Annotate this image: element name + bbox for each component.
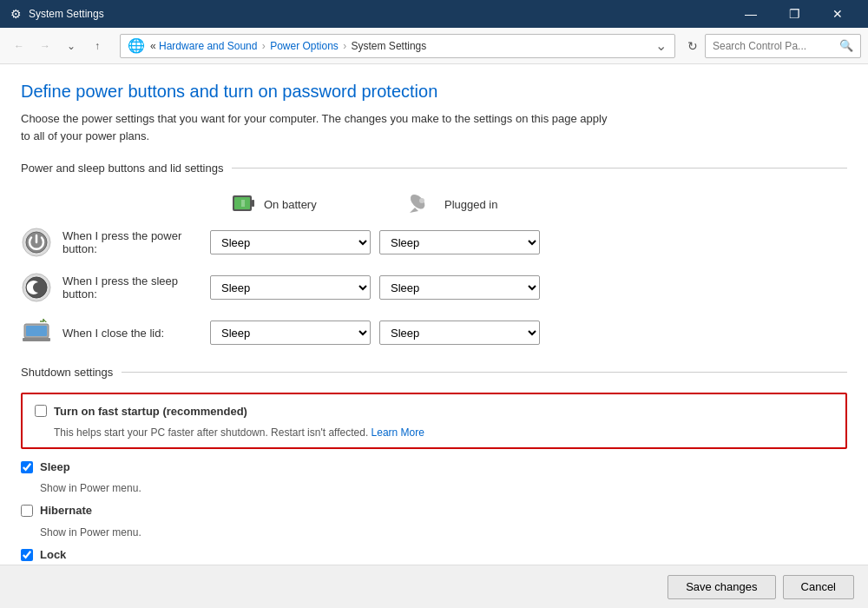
address-prefix: « [150, 40, 156, 52]
section1-header: Power and sleep buttons and lid settings [21, 162, 847, 178]
shutdown-section: Shutdown settings Turn on fast startup (… [21, 366, 847, 565]
title-bar-controls: — ❐ ✕ [731, 0, 858, 28]
fast-startup-label-group: Turn on fast startup (recommended) [54, 403, 247, 420]
section2-label: Shutdown settings [21, 366, 113, 379]
svg-rect-12 [26, 326, 47, 336]
section1-label: Power and sleep buttons and lid settings [21, 162, 223, 175]
hibernate-checkbox[interactable] [21, 505, 33, 517]
hardware-sound-link[interactable]: Hardware and Sound [159, 40, 257, 52]
address-bar[interactable]: 🌐 « Hardware and Sound › Power Options ›… [120, 34, 675, 58]
sleep-button-plugged-select[interactable]: Sleep Do nothing Hibernate Shut down [379, 275, 540, 300]
fast-startup-checkbox[interactable] [35, 405, 47, 417]
sleep-button-label: When I press the sleep button: [62, 274, 210, 301]
back-button[interactable]: ← [7, 34, 31, 58]
sleep-checkbox-row: Sleep [21, 459, 847, 475]
hibernate-checkbox-label: Hibernate [40, 503, 92, 519]
address-dropdown-button[interactable]: ⌄ [654, 39, 667, 53]
lid-label: When I close the lid: [62, 327, 210, 340]
power-button-icon [21, 227, 52, 258]
lid-row: When I close the lid: Sleep Do nothing H… [21, 317, 847, 348]
nav-arrows: ← → ⌄ ↑ [7, 34, 109, 58]
page-description: Choose the power settings that you want … [21, 110, 611, 144]
sleep-sublabel: Show in Power menu. [40, 482, 847, 494]
nav-bar: ← → ⌄ ↑ 🌐 « Hardware and Sound › Power O… [0, 28, 868, 64]
power-button-dropdowns: Sleep Do nothing Hibernate Shut down Tur… [210, 230, 540, 254]
fast-startup-sublabel: This helps start your PC faster after sh… [54, 426, 833, 439]
col-headers: On battery Plugged in [229, 188, 847, 220]
hibernate-sublabel: Show in Power menu. [40, 526, 847, 539]
fast-startup-row: Turn on fast startup (recommended) [35, 403, 833, 420]
save-changes-button[interactable]: Save changes [667, 575, 775, 599]
svg-rect-13 [23, 338, 50, 341]
settings-table: On battery Plugged in [21, 188, 847, 348]
address-icon: 🌐 [128, 37, 145, 54]
sleep-checkbox-label: Sleep [40, 459, 70, 475]
battery-col-label: On battery [264, 198, 317, 211]
refresh-button[interactable]: ↻ [681, 34, 705, 58]
fast-startup-box: Turn on fast startup (recommended) This … [21, 393, 847, 449]
recent-button[interactable]: ⌄ [59, 34, 83, 58]
power-button-label: When I press the power button: [62, 229, 210, 255]
plugged-col-label: Plugged in [444, 198, 497, 211]
sleep-checkbox[interactable] [21, 461, 33, 473]
lid-icon [21, 317, 52, 348]
cancel-button[interactable]: Cancel [783, 575, 854, 599]
svg-point-6 [419, 198, 424, 203]
plugged-icon [403, 188, 437, 220]
window-title: System Settings [29, 8, 104, 20]
search-box: 🔍 [705, 34, 861, 58]
learn-more-link[interactable]: Learn More [372, 426, 424, 439]
app-icon: ⚙ [10, 7, 22, 21]
svg-rect-3 [241, 200, 245, 207]
title-bar: ⚙ System Settings — ❐ ✕ [0, 0, 868, 28]
power-button-battery-select[interactable]: Sleep Do nothing Hibernate Shut down Tur… [210, 230, 371, 254]
search-input[interactable] [713, 40, 834, 52]
main-content: Define power buttons and turn on passwor… [0, 64, 868, 565]
lid-plugged-select[interactable]: Sleep Do nothing Hibernate Shut down [379, 321, 540, 345]
sleep-button-icon [21, 272, 52, 303]
up-button[interactable]: ↑ [85, 34, 109, 58]
footer: Save changes Cancel [0, 565, 868, 608]
page-title: Define power buttons and turn on passwor… [21, 82, 847, 102]
search-icon: 🔍 [839, 39, 853, 52]
power-button-row: When I press the power button: Sleep Do … [21, 227, 847, 258]
maximize-button[interactable]: ❐ [774, 0, 814, 28]
sleep-checkbox-item: Sleep Show in Power menu. [21, 459, 847, 494]
battery-col-header: On battery [229, 188, 403, 220]
fast-startup-label: Turn on fast startup (recommended) [54, 405, 247, 418]
close-button[interactable]: ✕ [818, 0, 858, 28]
lock-checkbox-item: Lock Show in account picture menu. [21, 547, 847, 565]
plugged-col-header: Plugged in [403, 188, 576, 220]
minimize-button[interactable]: — [731, 0, 771, 28]
hibernate-checkbox-row: Hibernate [21, 503, 847, 519]
lid-battery-select[interactable]: Sleep Do nothing Hibernate Shut down [210, 321, 371, 345]
current-page-label: System Settings [352, 40, 427, 52]
section2-header: Shutdown settings [21, 366, 847, 382]
address-text: « Hardware and Sound › Power Options › S… [150, 40, 648, 52]
hibernate-checkbox-item: Hibernate Show in Power menu. [21, 503, 847, 538]
lock-checkbox-row: Lock [21, 547, 847, 563]
svg-point-4 [408, 192, 428, 212]
sleep-button-battery-select[interactable]: Sleep Do nothing Hibernate Shut down [210, 275, 371, 300]
sleep-button-dropdowns: Sleep Do nothing Hibernate Shut down Sle… [210, 275, 540, 300]
forward-button[interactable]: → [33, 34, 57, 58]
sleep-button-row: When I press the sleep button: Sleep Do … [21, 272, 847, 303]
svg-rect-1 [252, 200, 254, 207]
sep1: › [262, 40, 268, 52]
lid-dropdowns: Sleep Do nothing Hibernate Shut down Sle… [210, 321, 540, 345]
lock-checkbox-label: Lock [40, 547, 66, 563]
power-button-plugged-select[interactable]: Sleep Do nothing Hibernate Shut down Tur… [379, 230, 540, 254]
sep2: › [343, 40, 349, 52]
svg-marker-5 [410, 208, 418, 213]
power-options-link[interactable]: Power Options [270, 40, 339, 52]
battery-icon [229, 188, 257, 220]
title-bar-left: ⚙ System Settings [10, 7, 104, 21]
lock-checkbox[interactable] [21, 549, 33, 561]
